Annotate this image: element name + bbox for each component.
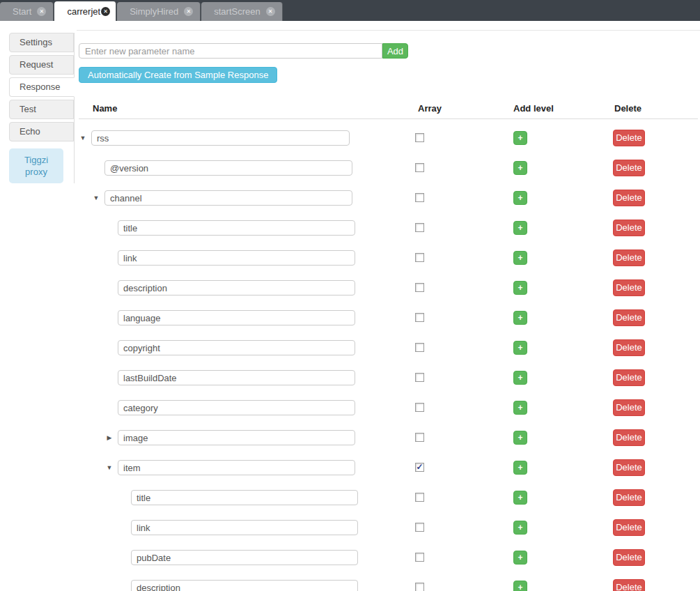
add-level-button[interactable]: +: [513, 581, 527, 591]
table-row: ▼+Delete: [0, 130, 700, 160]
delete-button[interactable]: Delete: [613, 489, 645, 506]
collapse-toggle-icon[interactable]: ▼: [105, 464, 114, 471]
table-row: ▼+Delete: [0, 190, 700, 220]
delete-button[interactable]: Delete: [613, 250, 645, 266]
add-level-button[interactable]: +: [513, 221, 527, 235]
delete-button[interactable]: Delete: [613, 160, 645, 176]
table-row: +Delete: [0, 550, 700, 580]
parameter-name-input[interactable]: [118, 250, 355, 266]
delete-button[interactable]: Delete: [613, 309, 645, 326]
table-row: +Delete: [0, 520, 700, 550]
sidebar-item-response[interactable]: Response: [9, 77, 75, 97]
parameter-name-input[interactable]: [118, 430, 355, 445]
array-checkbox[interactable]: [415, 343, 424, 352]
add-level-button[interactable]: +: [513, 371, 527, 385]
collapse-toggle-icon[interactable]: ▼: [79, 135, 87, 141]
collapse-toggle-icon[interactable]: ▼: [92, 194, 100, 201]
table-row: +Delete: [0, 340, 700, 370]
delete-button[interactable]: Delete: [613, 339, 645, 356]
array-checkbox[interactable]: [415, 283, 424, 292]
parameter-name-input[interactable]: [118, 310, 355, 325]
delete-button[interactable]: Delete: [613, 549, 645, 566]
parameter-name-input[interactable]: [118, 370, 355, 385]
delete-button[interactable]: Delete: [613, 399, 645, 416]
parameter-name-input[interactable]: [104, 160, 352, 176]
delete-button[interactable]: Delete: [613, 579, 645, 591]
parameter-tree: ▼+Delete+Delete▼+Delete+Delete+Delete+De…: [0, 0, 700, 591]
array-checkbox[interactable]: [415, 133, 424, 142]
delete-button[interactable]: Delete: [613, 190, 645, 206]
table-row: +Delete: [0, 160, 700, 190]
table-row: +Delete: [0, 250, 700, 280]
table-row: +Delete: [0, 490, 700, 520]
delete-button[interactable]: Delete: [613, 279, 645, 296]
array-checkbox[interactable]: [415, 433, 424, 442]
add-level-button[interactable]: +: [513, 431, 527, 445]
add-level-button[interactable]: +: [513, 191, 527, 205]
add-level-button[interactable]: +: [513, 131, 527, 145]
add-level-button[interactable]: +: [513, 161, 527, 175]
add-level-button[interactable]: +: [513, 551, 527, 565]
array-checkbox[interactable]: [415, 253, 424, 262]
parameter-name-input[interactable]: [118, 340, 355, 355]
table-row: +Delete: [0, 280, 700, 310]
parameter-name-input[interactable]: [118, 280, 355, 296]
array-checkbox[interactable]: [415, 583, 424, 591]
add-level-button[interactable]: +: [513, 461, 527, 475]
add-level-button[interactable]: +: [513, 251, 527, 265]
add-level-button[interactable]: +: [513, 401, 527, 415]
parameter-name-input[interactable]: [131, 490, 358, 505]
array-checkbox[interactable]: [415, 493, 424, 502]
array-checkbox[interactable]: [415, 553, 424, 562]
table-row: ▼✓+Delete: [0, 460, 700, 490]
add-level-button[interactable]: +: [513, 491, 527, 505]
table-row: +Delete: [0, 580, 700, 591]
parameter-name-input[interactable]: [118, 220, 355, 236]
sidebar-item-settings[interactable]: Settings: [9, 33, 74, 52]
sidebar-item-test[interactable]: Test: [9, 100, 74, 119]
table-row: +Delete: [0, 370, 700, 400]
parameter-name-input[interactable]: [131, 550, 358, 565]
parameter-name-input[interactable]: [131, 520, 358, 535]
parameter-name-input[interactable]: [104, 190, 352, 206]
delete-button[interactable]: Delete: [613, 130, 645, 146]
parameter-name-input[interactable]: [131, 580, 358, 591]
delete-button[interactable]: Delete: [613, 519, 645, 536]
array-checkbox[interactable]: [415, 163, 424, 172]
parameter-name-input[interactable]: [118, 460, 355, 475]
add-level-button[interactable]: +: [513, 311, 527, 325]
delete-button[interactable]: Delete: [613, 459, 645, 476]
sidebar-item-echo[interactable]: Echo: [9, 122, 74, 141]
add-level-button[interactable]: +: [513, 281, 527, 295]
delete-button[interactable]: Delete: [613, 369, 645, 386]
parameter-name-input[interactable]: [118, 400, 355, 415]
table-row: ▶+Delete: [0, 430, 700, 460]
delete-button[interactable]: Delete: [613, 220, 645, 236]
array-checkbox-checked[interactable]: ✓: [415, 463, 424, 472]
array-checkbox[interactable]: [415, 223, 424, 232]
add-level-button[interactable]: +: [513, 341, 527, 355]
array-checkbox[interactable]: [415, 193, 424, 202]
array-checkbox[interactable]: [415, 373, 424, 382]
array-checkbox[interactable]: [415, 313, 424, 322]
table-row: +Delete: [0, 220, 700, 250]
add-level-button[interactable]: +: [513, 521, 527, 535]
array-checkbox[interactable]: [415, 523, 424, 532]
array-checkbox[interactable]: [415, 403, 424, 412]
delete-button[interactable]: Delete: [613, 429, 645, 446]
table-row: +Delete: [0, 310, 700, 340]
expand-toggle-icon[interactable]: ▶: [105, 434, 114, 441]
sidebar-item-request[interactable]: Request: [9, 55, 74, 75]
parameter-name-input[interactable]: [91, 130, 350, 146]
table-row: +Delete: [0, 400, 700, 430]
